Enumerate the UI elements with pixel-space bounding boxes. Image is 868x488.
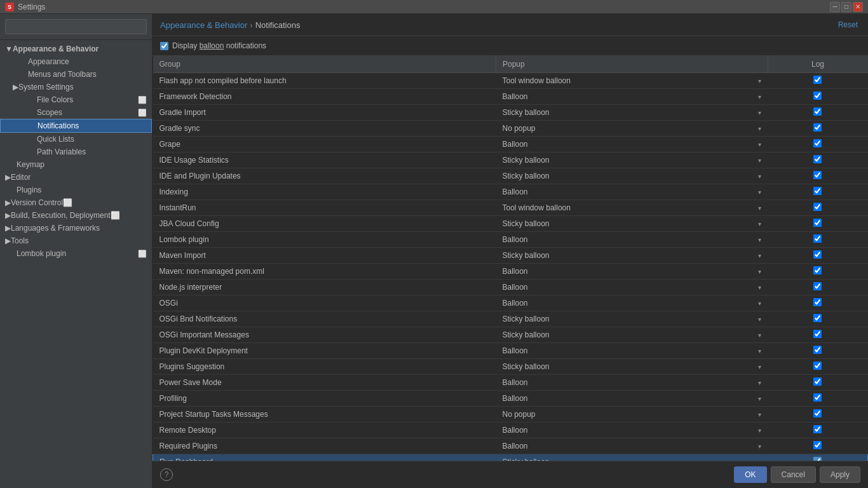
table-row[interactable]: JBA Cloud ConfigSticky balloon▾ xyxy=(153,216,868,232)
log-checkbox[interactable] xyxy=(813,266,822,274)
sidebar-item-scopes[interactable]: Scopes ⬜ xyxy=(0,106,152,119)
sidebar-item-tools[interactable]: ▶ Tools xyxy=(0,234,152,247)
sidebar-item-plugins[interactable]: Plugins xyxy=(0,184,152,196)
table-row[interactable]: IndexingBalloon▾ xyxy=(153,184,868,200)
popup-cell[interactable]: Sticky balloon▾ xyxy=(496,359,768,375)
popup-cell[interactable]: Sticky balloon▾ xyxy=(496,216,768,232)
sidebar-item-menus-toolbars[interactable]: Menus and Toolbars xyxy=(0,68,152,81)
table-row[interactable]: Gradle ImportSticky balloon▾ xyxy=(153,105,868,121)
popup-cell[interactable]: Balloon▾ xyxy=(496,343,768,359)
popup-cell[interactable]: Sticky balloon▾ xyxy=(496,311,768,327)
table-row[interactable]: Framework DetectionBalloon▾ xyxy=(153,89,868,105)
sidebar-item-notifications[interactable]: Notifications xyxy=(0,119,152,133)
popup-cell[interactable]: Sticky balloon▾ xyxy=(496,248,768,264)
table-row[interactable]: Plugins SuggestionSticky balloon▾ xyxy=(153,359,868,375)
table-row[interactable]: Required PluginsBalloon▾ xyxy=(153,438,868,454)
popup-cell[interactable]: Tool window balloon▾ xyxy=(496,200,768,216)
popup-cell[interactable]: Balloon▾ xyxy=(496,423,768,438)
log-checkbox[interactable] xyxy=(813,234,822,243)
balloon-notifications-checkbox[interactable] xyxy=(160,42,168,50)
sidebar-item-build[interactable]: ▶ Build, Execution, Deployment ⬜ xyxy=(0,209,152,222)
log-checkbox[interactable] xyxy=(813,155,822,163)
log-checkbox[interactable] xyxy=(813,123,822,132)
table-row[interactable]: Node.js interpreterBalloon▾ xyxy=(153,280,868,295)
popup-cell[interactable]: Sticky balloon▾ xyxy=(496,327,768,343)
sidebar-item-lombok[interactable]: Lombok plugin ⬜ xyxy=(0,247,152,260)
log-checkbox[interactable] xyxy=(813,393,822,402)
table-row[interactable]: OSGi Important MessagesSticky balloon▾ xyxy=(153,327,868,343)
table-row[interactable]: ProfilingBalloon▾ xyxy=(153,391,868,407)
log-checkbox[interactable] xyxy=(813,139,822,147)
apply-button[interactable]: Apply xyxy=(820,466,860,483)
sidebar-item-languages[interactable]: ▶ Languages & Frameworks xyxy=(0,222,152,234)
popup-cell[interactable]: No popup▾ xyxy=(496,121,768,137)
table-row[interactable]: InstantRunTool window balloon▾ xyxy=(153,200,868,216)
ok-button[interactable]: OK xyxy=(734,466,766,483)
popup-cell[interactable]: Sticky balloon▾ xyxy=(496,454,768,461)
help-button[interactable]: ? xyxy=(160,468,173,481)
table-row[interactable]: IDE Usage StatisticsSticky balloon▾ xyxy=(153,152,868,168)
popup-cell[interactable]: Balloon▾ xyxy=(496,375,768,391)
table-row[interactable]: Power Save ModeBalloon▾ xyxy=(153,375,868,391)
table-row[interactable]: Gradle syncNo popup▾ xyxy=(153,121,868,137)
log-checkbox[interactable] xyxy=(813,219,822,227)
close-button[interactable]: ✕ xyxy=(853,2,863,12)
popup-cell[interactable]: Sticky balloon▾ xyxy=(496,152,768,168)
popup-cell[interactable]: Balloon▾ xyxy=(496,438,768,454)
log-checkbox[interactable] xyxy=(813,76,822,84)
table-row[interactable]: Maven: non-managed pom.xmlBalloon▾ xyxy=(153,264,868,280)
minimize-button[interactable]: ─ xyxy=(830,2,840,12)
log-checkbox[interactable] xyxy=(813,362,822,370)
log-checkbox[interactable] xyxy=(813,203,822,211)
popup-cell[interactable]: Balloon▾ xyxy=(496,280,768,295)
log-checkbox[interactable] xyxy=(813,346,822,354)
popup-cell[interactable]: Balloon▾ xyxy=(496,89,768,105)
log-checkbox[interactable] xyxy=(813,107,822,116)
sidebar-item-file-colors[interactable]: File Colors ⬜ xyxy=(0,93,152,106)
log-checkbox[interactable] xyxy=(813,409,822,417)
log-checkbox[interactable] xyxy=(813,282,822,290)
table-row[interactable]: Project Startup Tasks MessagesNo popup▾ xyxy=(153,407,868,423)
table-row[interactable]: Lombok pluginBalloon▾ xyxy=(153,232,868,248)
table-row[interactable]: Remote DesktopBalloon▾ xyxy=(153,423,868,438)
popup-cell[interactable]: Balloon▾ xyxy=(496,232,768,248)
cancel-button[interactable]: Cancel xyxy=(771,466,816,483)
sidebar-item-keymap[interactable]: Keymap xyxy=(0,158,152,171)
log-checkbox[interactable] xyxy=(813,377,822,386)
sidebar-item-quick-lists[interactable]: Quick Lists xyxy=(0,133,152,146)
reset-button[interactable]: Reset xyxy=(836,19,860,30)
popup-cell[interactable]: Balloon▾ xyxy=(496,295,768,311)
popup-cell[interactable]: Balloon▾ xyxy=(496,184,768,200)
popup-cell[interactable]: Balloon▾ xyxy=(496,391,768,407)
popup-cell[interactable]: Balloon▾ xyxy=(496,137,768,152)
log-checkbox[interactable] xyxy=(813,314,822,322)
sidebar-item-appearance[interactable]: Appearance xyxy=(0,55,152,68)
log-checkbox[interactable] xyxy=(813,92,822,100)
search-input[interactable] xyxy=(5,19,147,34)
table-row[interactable]: GrapeBalloon▾ xyxy=(153,137,868,152)
log-checkbox[interactable] xyxy=(813,330,822,338)
sidebar-item-editor[interactable]: ▶ Editor xyxy=(0,171,152,184)
sidebar-item-version-control[interactable]: ▶ Version Control ⬜ xyxy=(0,196,152,209)
log-checkbox[interactable] xyxy=(813,298,822,306)
popup-cell[interactable]: Tool window balloon▾ xyxy=(496,73,768,89)
table-row[interactable]: OSGiBalloon▾ xyxy=(153,295,868,311)
table-row[interactable]: IDE and Plugin UpdatesSticky balloon▾ xyxy=(153,168,868,184)
breadcrumb-parent[interactable]: Appearance & Behavior xyxy=(160,20,247,30)
maximize-button[interactable]: □ xyxy=(841,2,851,12)
log-checkbox[interactable] xyxy=(813,171,822,179)
table-row[interactable]: Plugin DevKit DeploymentBalloon▾ xyxy=(153,343,868,359)
sidebar-item-system-settings[interactable]: ▶ System Settings xyxy=(0,81,152,93)
popup-cell[interactable]: Sticky balloon▾ xyxy=(496,168,768,184)
table-row[interactable]: Run DashboardSticky balloon▾ xyxy=(153,454,868,461)
popup-cell[interactable]: No popup▾ xyxy=(496,407,768,423)
table-row[interactable]: Flash app not compiled before launchTool… xyxy=(153,73,868,89)
log-checkbox[interactable] xyxy=(813,425,822,433)
popup-cell[interactable]: Balloon▾ xyxy=(496,264,768,280)
sidebar-item-path-variables[interactable]: Path Variables xyxy=(0,146,152,158)
popup-cell[interactable]: Sticky balloon▾ xyxy=(496,105,768,121)
log-checkbox[interactable] xyxy=(813,250,822,259)
sidebar-section-appearance-behavior[interactable]: ▼ Appearance & Behavior xyxy=(0,43,152,55)
table-row[interactable]: OSGi Bnd NotificationsSticky balloon▾ xyxy=(153,311,868,327)
log-checkbox[interactable] xyxy=(813,441,822,449)
